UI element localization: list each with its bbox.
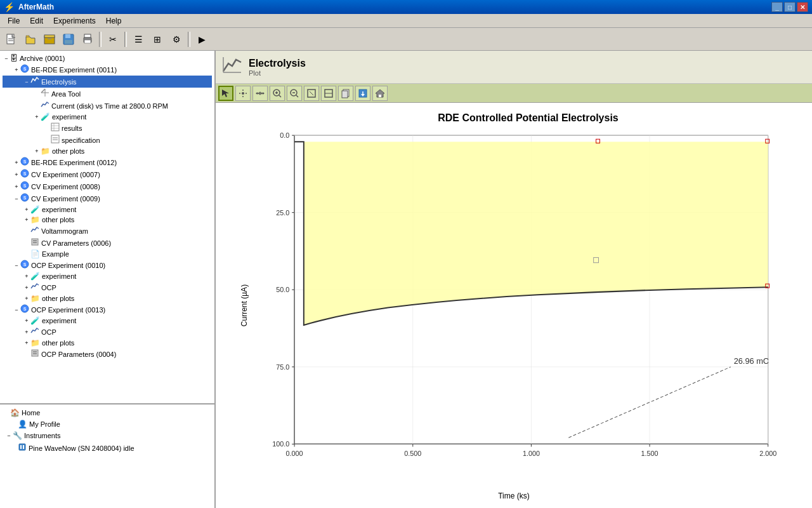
toggle-cv0009-exp[interactable]: + (23, 206, 30, 213)
tree-item-example[interactable]: 📄 Example (3, 249, 212, 259)
tree-item-cv0009-exp[interactable]: + 🧪 experiment (3, 204, 212, 215)
app-title: AfterMath (18, 3, 54, 11)
svg-text:26.96 mC: 26.96 mC (734, 356, 769, 366)
ptb-zoom-x[interactable] (252, 86, 268, 101)
svg-line-60 (310, 91, 313, 95)
toggle-cv0009[interactable]: − (13, 196, 20, 202)
tree-item-cv0008[interactable]: + S CV Experiment (0008) (3, 180, 212, 192)
forward-button[interactable]: ▶ (193, 30, 211, 48)
tree-item-cv0007[interactable]: + S CV Experiment (0007) (3, 168, 212, 180)
tree-item-cv0009[interactable]: − S CV Experiment (0009) (3, 192, 212, 204)
toggle-ocp0010-ocp[interactable]: + (23, 284, 30, 291)
bottom-pinewav[interactable]: Pine WaveNow (SN 2408004) idle (3, 441, 212, 455)
tree-item-voltammogram[interactable]: Voltammogram (3, 225, 212, 237)
ptb-zoom-out[interactable] (287, 86, 302, 101)
list-button[interactable]: ☰ (129, 30, 147, 48)
toggle-berde0011-otherplots[interactable]: + (33, 148, 41, 154)
tree-item-currentdisk[interactable]: Current (disk) vs Time at 2800.0 RPM (3, 100, 212, 112)
save-button[interactable] (60, 30, 77, 48)
tree-item-ocp0013-exp[interactable]: + 🧪 experiment (3, 316, 212, 326)
tree-item-berde0012[interactable]: + S BE-RDE Experiment (0012) (3, 156, 212, 168)
tree-item-ocp0010-otherplots[interactable]: + 📁 other plots (3, 293, 212, 304)
svg-text:S: S (23, 262, 27, 267)
bottom-myprofile[interactable]: 👤 My Profile (3, 418, 212, 430)
toggle-cv0007[interactable]: + (13, 171, 20, 178)
tree-item-ocp0010[interactable]: − S OCP Experiment (0010) (3, 259, 212, 271)
menu-file[interactable]: File (3, 15, 25, 27)
toggle-ocp0013-otherplots[interactable]: + (23, 340, 30, 346)
bottom-label-myprofile: My Profile (29, 420, 60, 428)
minimize-button[interactable]: _ (771, 2, 783, 12)
toggle-ocp0013-ocp[interactable]: + (23, 329, 30, 335)
instruments-icon: 🔧 (13, 431, 22, 440)
svg-line-16 (41, 89, 45, 93)
cvparams-icon (30, 237, 39, 248)
svg-rect-43 (20, 445, 22, 449)
separator2 (124, 32, 127, 47)
toggle-ocp0010-exp[interactable]: + (23, 273, 30, 279)
ptb-reset[interactable] (321, 86, 336, 101)
archive-button[interactable] (41, 30, 58, 48)
svg-rect-21 (51, 135, 59, 143)
close-button[interactable]: ✕ (797, 2, 808, 12)
tree-item-berde0011-results[interactable]: results (3, 122, 212, 134)
toggle-ocp0013[interactable]: − (13, 307, 20, 313)
settings-button[interactable]: ⚙ (167, 30, 185, 48)
ptb-copy[interactable] (338, 86, 353, 101)
titlebar: ⚡ AfterMath _ □ ✕ (0, 0, 812, 14)
toggle-electrolysis[interactable]: − (23, 79, 30, 85)
tree-item-ocp0010-ocp[interactable]: + OCP (3, 281, 212, 293)
svg-text:75.0: 75.0 (276, 363, 289, 371)
menu-experiments[interactable]: Experiments (48, 15, 101, 27)
ptb-select[interactable] (218, 86, 233, 101)
tree-item-berde0011[interactable]: + S BE-RDE Experiment (0011) (3, 64, 212, 76)
tree-item-berde0011-exp[interactable]: + 🧪 experiment (3, 112, 212, 122)
bottom-home[interactable]: 🏠 Home (3, 407, 212, 418)
ptb-zoom-in[interactable] (270, 86, 285, 101)
toggle-berde0011-exp[interactable]: + (33, 114, 41, 120)
ocp0013-otherplots-icon: 📁 (30, 338, 40, 347)
tree-item-ocp0010-exp[interactable]: + 🧪 experiment (3, 271, 212, 281)
toggle-berde0012[interactable]: + (13, 159, 20, 166)
menu-help[interactable]: Help (101, 15, 127, 27)
tree-item-areatool[interactable]: Area Tool (3, 88, 212, 100)
tree-item-electrolysis[interactable]: − Electrolysis (3, 76, 212, 88)
open-button[interactable] (22, 30, 39, 48)
cv0009-exp-icon: 🧪 (30, 205, 40, 214)
toggle-berde0011[interactable]: + (13, 67, 20, 73)
columns-button[interactable]: ⊞ (148, 30, 166, 48)
tree-item-ocpparams0004[interactable]: OCP Parameters (0004) (3, 348, 212, 360)
toggle-ocp0010-otherplots[interactable]: + (23, 295, 30, 302)
tree-item-cv0009-otherplots[interactable]: + 📁 other plots (3, 215, 212, 225)
tree-item-berde0011-spec[interactable]: specification (3, 134, 212, 146)
tree-item-ocp0013-ocp[interactable]: + OCP (3, 326, 212, 338)
plot-icon (222, 55, 242, 79)
ptb-home[interactable] (372, 86, 388, 101)
ptb-pan[interactable] (235, 86, 251, 101)
toggle-ocp0010[interactable]: − (13, 262, 20, 269)
ptb-fit[interactable] (304, 86, 319, 101)
tree-item-ocp0013[interactable]: − S OCP Experiment (0013) (3, 304, 212, 316)
toggle-cv0009-otherplots[interactable]: + (23, 217, 30, 223)
tree-label-areatool: Area Tool (51, 90, 81, 98)
print-button[interactable] (79, 30, 96, 48)
tree-area[interactable]: − 🗄 Archive (0001) + S BE-RDE Experiment… (0, 51, 214, 403)
svg-text:2.000: 2.000 (759, 449, 776, 457)
cut-button[interactable]: ✂ (104, 30, 122, 48)
menu-edit[interactable]: Edit (25, 15, 48, 27)
tree-item-archive[interactable]: − 🗄 Archive (0001) (3, 53, 212, 64)
bottom-instruments[interactable]: − 🔧 Instruments (3, 430, 212, 441)
tree-item-ocp0013-otherplots[interactable]: + 📁 other plots (3, 338, 212, 348)
toggle-ocp0013-exp[interactable]: + (23, 318, 30, 324)
plot-subtitle: Plot (249, 69, 306, 77)
ptb-export[interactable] (355, 86, 370, 101)
toggle-cv0008[interactable]: + (13, 184, 20, 190)
new-button[interactable] (3, 30, 20, 48)
toggle-instruments[interactable]: − (5, 432, 13, 439)
home-icon: 🏠 (10, 408, 20, 417)
toggle-archive[interactable]: − (3, 55, 10, 62)
menubar: File Edit Experiments Help (0, 14, 812, 28)
maximize-button[interactable]: □ (784, 2, 796, 12)
tree-item-berde0011-otherplots[interactable]: + 📁 other plots (3, 146, 212, 156)
tree-item-cvparams0006[interactable]: CV Parameters (0006) (3, 237, 212, 249)
